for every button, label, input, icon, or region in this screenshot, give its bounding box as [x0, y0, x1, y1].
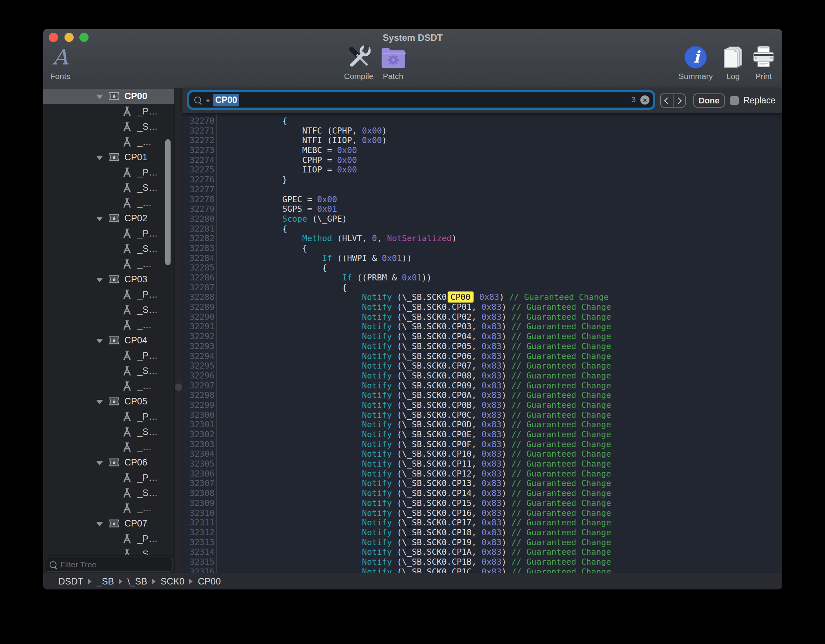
tree-item-label: CP01	[124, 152, 147, 163]
tree-item-CP03[interactable]: CP03	[43, 272, 174, 287]
code-text: Notify (\_SB.SCK0.CP1C, 0x83) // Guarant…	[214, 567, 611, 573]
tree-item-CP01[interactable]: CP01	[43, 150, 174, 165]
code-editor[interactable]: 32270 {32271 NTFC (CPHP, 0x00)32272 NTFI…	[182, 113, 782, 573]
disclosure-triangle-icon[interactable]	[96, 522, 103, 526]
search-options-chevron-icon[interactable]	[206, 100, 210, 102]
print-icon	[739, 43, 782, 71]
tree-item-CP07[interactable]: CP07	[43, 516, 174, 531]
code-line: 32288 Notify (\_SB.SCK0CP00 0x83) // Gua…	[182, 292, 782, 302]
tree-child-item[interactable]: _P…	[43, 348, 174, 363]
tree-child-item[interactable]: _S…	[43, 363, 174, 378]
code-line: 32314 Notify (\_SB.SCK0.CP1A, 0x83) // G…	[182, 547, 782, 557]
line-number: 32279	[182, 204, 214, 214]
tree-child-item[interactable]: _…	[43, 501, 174, 516]
find-previous-button[interactable]	[661, 94, 674, 107]
disclosure-triangle-icon[interactable]	[96, 156, 103, 160]
code-line: 32272 NTFI (IIOP, 0x00)	[182, 135, 782, 145]
method-icon	[121, 472, 133, 483]
code-line: 32292 Notify (\_SB.SCK0.CP04, 0x83) // G…	[182, 332, 782, 341]
breadcrumb-item[interactable]: DSDT	[58, 576, 83, 587]
tree-child-item[interactable]: _P…	[43, 226, 174, 241]
tree-child-item[interactable]: _S…	[43, 241, 174, 256]
breadcrumb-separator-icon	[189, 579, 193, 584]
code-line: 32283 {	[182, 243, 782, 253]
breadcrumb-item[interactable]: SCK0	[161, 576, 185, 587]
code-text: Notify (\_SB.SCK0.CP16, 0x83) // Guarant…	[214, 508, 611, 518]
tree-item-label: CP05	[124, 396, 147, 407]
tree-item-label: _…	[137, 381, 151, 391]
tree-item-CP00[interactable]: CP00	[43, 89, 174, 104]
tree-child-item[interactable]: _…	[43, 256, 174, 272]
filter-tree-input[interactable]: Filter Tree	[45, 558, 173, 572]
pane-splitter[interactable]	[174, 88, 182, 573]
tree-child-item[interactable]: _…	[43, 317, 174, 333]
breadcrumb-item[interactable]: \_SB	[127, 576, 147, 587]
dsdt-tree[interactable]: CP00_P…_S…_…CP01_P…_S…_…CP02_P…_S…_…CP03…	[43, 88, 174, 555]
code-line: 32271 NTFC (CPHP, 0x00)	[182, 126, 782, 136]
sidebar-scrollbar[interactable]	[165, 139, 171, 265]
disclosure-triangle-icon[interactable]	[96, 95, 103, 99]
tree-item-label: _S…	[137, 182, 158, 193]
tree-child-item[interactable]: _S…	[43, 180, 174, 195]
patch-icon	[368, 43, 418, 71]
breadcrumb-item[interactable]: _SB	[97, 576, 114, 587]
code-text: GPEC = 0x00	[214, 195, 337, 204]
fonts-icon: A	[53, 47, 68, 68]
filter-placeholder: Filter Tree	[60, 560, 97, 569]
breadcrumb-item[interactable]: CP00	[198, 576, 221, 587]
disclosure-triangle-icon[interactable]	[96, 461, 103, 465]
method-icon	[121, 228, 133, 239]
toolbar-item-patch[interactable]: Patch	[368, 43, 418, 81]
method-icon	[121, 548, 133, 555]
tree-child-item[interactable]: _S…	[43, 302, 174, 317]
splitter-handle-icon[interactable]	[175, 383, 182, 391]
tree-item-CP05[interactable]: CP05	[43, 394, 174, 409]
tree-child-item[interactable]: _…	[43, 440, 174, 455]
disclosure-triangle-icon[interactable]	[96, 278, 103, 282]
find-next-button[interactable]	[674, 94, 685, 107]
disclosure-triangle-icon[interactable]	[96, 217, 103, 221]
tree-item-CP02[interactable]: CP02	[43, 211, 174, 226]
code-line: 32302 Notify (\_SB.SCK0.CP0E, 0x83) // G…	[182, 430, 782, 440]
code-text: MEBC = 0x00	[214, 145, 357, 155]
tree-item-label: _P…	[137, 533, 158, 544]
code-line: 32281 {	[182, 224, 782, 234]
toolbar-item-fonts[interactable]: A Fonts	[43, 43, 85, 81]
tree-child-item[interactable]: _…	[43, 134, 174, 150]
method-icon	[121, 426, 133, 438]
tree-child-item[interactable]: _S…	[43, 119, 174, 134]
tree-item-CP06[interactable]: CP06	[43, 455, 174, 470]
tree-item-CP04[interactable]: CP04	[43, 333, 174, 348]
tree-child-item[interactable]: _P…	[43, 165, 174, 180]
tree-item-label: _…	[137, 320, 151, 330]
line-number: 32294	[182, 351, 214, 361]
tree-child-item[interactable]: _S…	[43, 485, 174, 501]
tree-item-label: CP06	[124, 457, 147, 468]
method-icon	[121, 243, 133, 254]
method-icon	[121, 533, 133, 544]
tree-child-item[interactable]: _P…	[43, 531, 174, 546]
tree-child-item[interactable]: _P…	[43, 409, 174, 424]
code-text: Notify (\_SB.SCK0.CP06, 0x83) // Guarant…	[214, 351, 611, 361]
tree-child-item[interactable]: _…	[43, 195, 174, 211]
code-line: 32284 If ((HWPI & 0x01))	[182, 253, 782, 263]
method-icon	[121, 411, 133, 422]
find-input[interactable]: CP00 3 ×	[189, 92, 653, 108]
fonts-label: Fonts	[43, 72, 85, 81]
replace-checkbox[interactable]	[730, 96, 739, 105]
toolbar-item-print[interactable]: Print	[739, 43, 782, 81]
tree-child-item[interactable]: _P…	[43, 104, 174, 119]
disclosure-triangle-icon[interactable]	[96, 339, 103, 343]
code-text: Notify (\_SB.SCK0.CP0A, 0x83) // Guarant…	[214, 390, 611, 400]
line-number: 32275	[182, 165, 214, 175]
clear-search-icon[interactable]: ×	[640, 95, 649, 105]
code-line: 32277	[182, 185, 782, 195]
tree-child-item[interactable]: _P…	[43, 470, 174, 485]
tree-child-item[interactable]: _P…	[43, 287, 174, 302]
tree-child-item[interactable]: _…	[43, 378, 174, 394]
tree-item-label: _…	[137, 503, 151, 514]
tree-child-item[interactable]: _S…	[43, 546, 174, 555]
disclosure-triangle-icon[interactable]	[96, 400, 103, 404]
done-button[interactable]: Done	[693, 93, 725, 108]
tree-child-item[interactable]: _S…	[43, 424, 174, 440]
